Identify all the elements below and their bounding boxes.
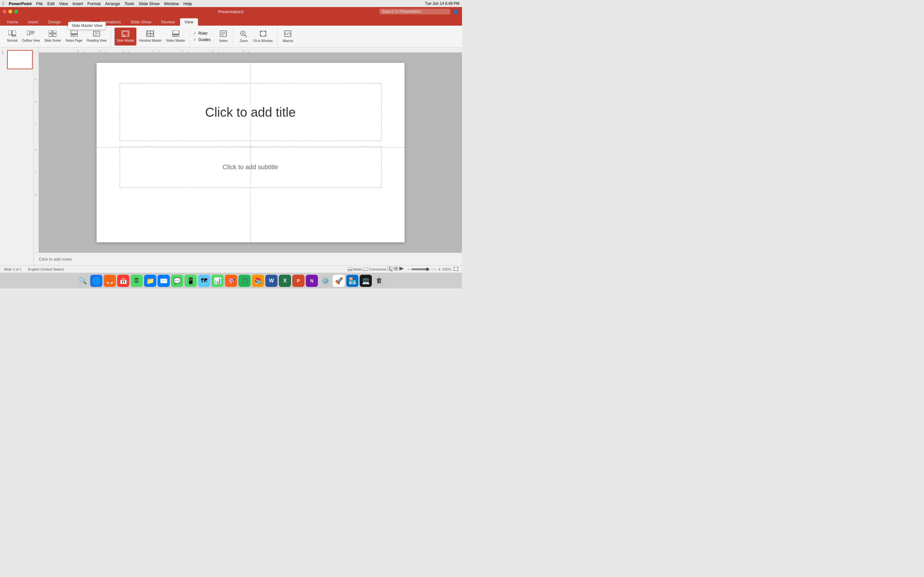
dock-systemprefs[interactable]: ⚙️ — [319, 275, 331, 287]
edit-menu[interactable]: Edit — [47, 1, 55, 6]
insert-menu[interactable]: Insert — [73, 1, 83, 6]
close-button[interactable] — [3, 10, 6, 13]
search-input[interactable] — [380, 9, 450, 15]
slide-master-icon — [121, 31, 129, 38]
slide-canvas[interactable]: Click to add title Click to add subtitle — [39, 53, 462, 253]
svg-text:3: 3 — [78, 50, 79, 53]
ruler-corner — [34, 47, 39, 53]
svg-text:2: 2 — [212, 50, 214, 53]
minimize-button[interactable] — [8, 10, 12, 13]
macros-icon — [284, 30, 292, 39]
dock-safari[interactable]: 🌐 — [90, 275, 102, 287]
app-name[interactable]: PowerPoint — [9, 1, 32, 6]
dock-files[interactable]: 📁 — [144, 275, 156, 287]
notes-status-label: Notes — [353, 268, 363, 271]
normal-view-button[interactable]: Normal — [5, 27, 19, 45]
slide-thumbnail-1[interactable] — [7, 50, 33, 69]
svg-rect-7 — [49, 31, 52, 33]
tooltip: Slide Master View — [68, 22, 106, 29]
slide-sorter-icon — [49, 31, 57, 38]
handout-master-button[interactable]: Handout Master — [137, 27, 164, 45]
slideshow-menu[interactable]: Slide Show — [139, 1, 160, 6]
view-menu[interactable]: View — [59, 1, 68, 6]
arrange-menu[interactable]: Arrange — [105, 1, 120, 6]
menubar-datetime: Tue Jun 14 6:49 PM — [425, 1, 459, 6]
dock-excel[interactable]: X — [279, 275, 291, 287]
slide-frame: Click to add title Click to add subtitle — [97, 63, 405, 242]
dock-messages[interactable]: 💬 — [171, 275, 183, 287]
dock-facetime[interactable]: 📱 — [184, 275, 197, 287]
tab-insert[interactable]: Insert — [23, 18, 43, 26]
svg-rect-9 — [49, 34, 52, 37]
apple-menu[interactable]:  — [3, 1, 4, 6]
notes-bar[interactable]: Click to add notes — [34, 253, 462, 266]
dock-word[interactable]: W — [265, 275, 278, 287]
fit-to-window-label: Fit to Window — [253, 39, 273, 43]
tab-design[interactable]: Design — [43, 18, 65, 26]
file-menu[interactable]: File — [36, 1, 43, 6]
svg-text:1: 1 — [182, 50, 183, 53]
svg-rect-21 — [123, 35, 125, 36]
dock-maps[interactable]: 🗺 — [198, 275, 210, 287]
dock-keynote[interactable]: 🎯 — [225, 275, 237, 287]
svg-text:0: 0 — [153, 50, 154, 53]
slide-master-button[interactable]: Slide Master — [115, 27, 136, 45]
ruler-checkbox[interactable]: ✓ Ruler — [193, 31, 210, 35]
notes-button[interactable]: Notes — [216, 27, 230, 45]
reading-view-button[interactable]: Reading View — [85, 27, 109, 45]
outline-view-button[interactable]: Outline View — [20, 27, 42, 45]
dock-launchpad[interactable]: 🚀 — [333, 275, 345, 287]
tab-review[interactable]: Review — [157, 18, 179, 26]
fit-to-window-button[interactable]: Fit to Window — [251, 27, 275, 45]
statusbar: Slide 1 of 1 English (United States) Not… — [0, 266, 462, 272]
normal-view-icon — [8, 31, 16, 38]
tools-menu[interactable]: Tools — [124, 1, 134, 6]
zoom-minus-button[interactable]: − — [407, 267, 410, 272]
guides-label: Guides — [198, 37, 210, 42]
dock-calendar[interactable]: 📅 — [117, 275, 129, 287]
notes-status-button[interactable]: Notes — [348, 267, 363, 272]
dock-spotify[interactable]: 🎵 — [238, 275, 250, 287]
ruler-label: Ruler — [198, 31, 208, 35]
svg-rect-69 — [390, 271, 393, 271]
subtitle-placeholder[interactable]: Click to add subtitle — [120, 146, 381, 188]
help-menu[interactable]: Help — [184, 1, 192, 6]
dock-store[interactable]: 🏪 — [346, 275, 359, 287]
notes-page-button[interactable]: Notes Page — [63, 27, 84, 45]
presentation-status[interactable] — [399, 267, 404, 272]
macros-button[interactable]: Macros — [281, 27, 295, 45]
dock-numbers[interactable]: 📊 — [212, 275, 224, 287]
dock-mail[interactable]: ✉️ — [158, 275, 170, 287]
account-icon[interactable]: 👤 — [453, 9, 458, 14]
dock-onenote[interactable]: N — [306, 275, 318, 287]
normal-view-status[interactable] — [387, 267, 393, 272]
zoom-thumb[interactable] — [426, 268, 429, 271]
notes-master-button[interactable]: Notes Master — [164, 27, 187, 45]
zoom-slider[interactable] — [411, 268, 437, 270]
dock-powerpoint[interactable]: P — [292, 275, 304, 287]
zoom-plus-button[interactable]: + — [438, 267, 441, 272]
dock-firefox[interactable]: 🦊 — [103, 275, 116, 287]
tab-view[interactable]: View — [180, 18, 198, 26]
dock-terminal[interactable]: 💻 — [360, 275, 372, 287]
format-menu[interactable]: Format — [87, 1, 100, 6]
grid-view-status[interactable] — [394, 267, 398, 272]
dock-trash[interactable]: 🗑 — [373, 275, 385, 287]
dock-books[interactable]: 📚 — [252, 275, 264, 287]
slide-sorter-button[interactable]: Slide Sorter — [42, 27, 63, 45]
tab-home[interactable]: Home — [3, 18, 23, 26]
slide-thumb-container-1: 1 — [2, 50, 31, 69]
zoom-button[interactable]: Zoom — [236, 27, 250, 45]
tab-slideshow[interactable]: Slide Show — [126, 18, 156, 26]
zoom-icon — [240, 30, 247, 39]
canvas-area: 3 2 1 0 1 2 3 3 2 — [34, 47, 462, 266]
guides-checkbox[interactable]: ✓ Guides — [193, 37, 210, 42]
dock-finder[interactable]: 🔍 — [77, 275, 89, 287]
window-menu[interactable]: Window — [164, 1, 179, 6]
maximize-button[interactable] — [14, 10, 18, 13]
title-placeholder[interactable]: Click to add title — [120, 83, 381, 141]
comments-status-button[interactable]: Comments — [363, 267, 386, 272]
dock-reminders[interactable]: 🗓 — [131, 275, 143, 287]
traffic-lights — [3, 10, 18, 13]
fit-slide-button[interactable] — [454, 267, 458, 271]
